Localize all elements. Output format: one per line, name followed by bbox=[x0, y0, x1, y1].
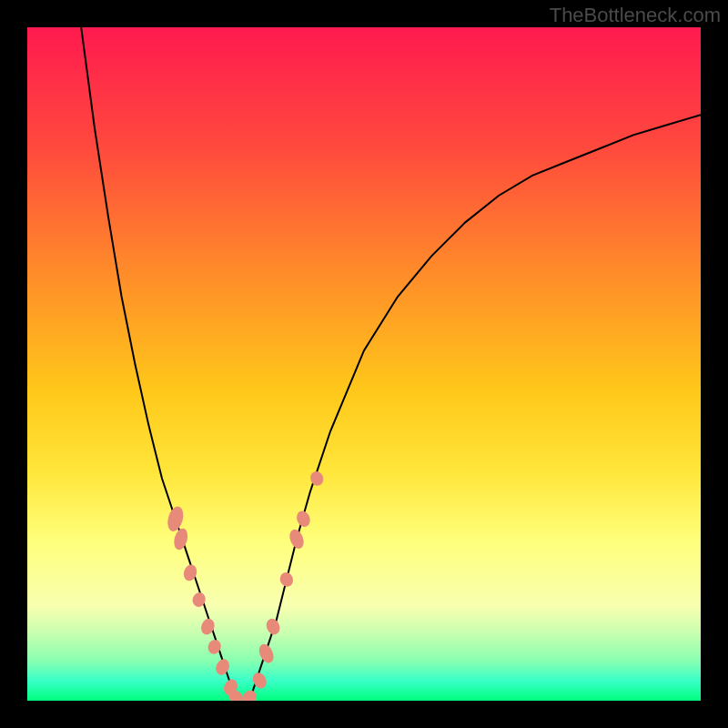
plot-area bbox=[27, 27, 701, 701]
watermark-text: TheBottleneck.com bbox=[550, 4, 721, 27]
chart-svg bbox=[27, 27, 701, 701]
curve-group bbox=[81, 27, 701, 701]
marker-group bbox=[165, 470, 325, 701]
data-marker bbox=[295, 509, 313, 529]
chart-frame: TheBottleneck.com bbox=[0, 0, 728, 728]
data-marker bbox=[264, 617, 282, 637]
data-marker bbox=[240, 688, 259, 701]
data-marker bbox=[257, 642, 277, 665]
left-curve bbox=[81, 27, 236, 701]
data-marker bbox=[287, 528, 306, 551]
right-curve bbox=[249, 115, 701, 701]
data-marker bbox=[278, 571, 295, 589]
data-marker bbox=[308, 470, 326, 488]
data-marker bbox=[214, 657, 232, 677]
